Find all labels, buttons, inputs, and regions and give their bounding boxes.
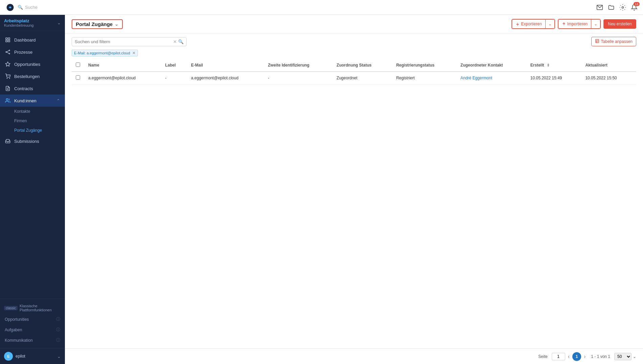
import-dropdown-button[interactable]: ⌄ bbox=[591, 19, 600, 29]
data-table: Name Label E-Mail Zweite Identifizierung bbox=[72, 59, 636, 84]
per-page-select[interactable]: 50 25 100 bbox=[614, 353, 632, 360]
contact-link-0[interactable]: André Eggermont bbox=[460, 76, 492, 80]
workspace-sub: Kundenbetreuung bbox=[4, 23, 33, 27]
classic-info-icon-aufgaben: ⓘ bbox=[56, 327, 60, 333]
export-button[interactable]: Exportieren bbox=[512, 19, 545, 29]
gear-icon[interactable] bbox=[619, 4, 626, 11]
col-zuordnung: Zuordnung Status bbox=[333, 59, 392, 72]
sidebar-classic-item-aufgaben[interactable]: Aufgaben ⓘ bbox=[0, 324, 65, 335]
svg-marker-13 bbox=[5, 62, 10, 66]
workspace-title: Arbeitsplatz bbox=[4, 18, 33, 23]
table-customize-button[interactable]: Tabelle anpassen bbox=[591, 37, 636, 46]
export-dropdown-button[interactable]: ⌄ bbox=[545, 19, 555, 29]
cell-zweite-0: - bbox=[264, 72, 333, 84]
logo bbox=[5, 3, 15, 12]
sidebar-item-firmen[interactable]: Firmen bbox=[0, 116, 65, 126]
page-input[interactable] bbox=[552, 353, 565, 360]
search-clear-icon[interactable]: ✕ bbox=[173, 39, 177, 44]
per-page: 50 25 100 ⌄ bbox=[614, 353, 636, 360]
sidebar-nav: Dashboard Prozesse Opportunities bbox=[0, 31, 65, 299]
sidebar-label-submissions: Submissions bbox=[14, 139, 39, 144]
sidebar-classic-item-opportunities[interactable]: Opportunities ⓘ bbox=[0, 314, 65, 324]
dashboard-icon bbox=[5, 37, 11, 43]
main-header: Portal Zugänge ⌄ Exportieren ⌄ Importier bbox=[65, 15, 643, 33]
cell-erstellt-0: 10.05.2022 15:49 bbox=[526, 72, 581, 84]
select-all-checkbox[interactable] bbox=[76, 62, 80, 67]
sidebar-sub-kundinnen: Kontakte Firmen Portal Zugänge bbox=[0, 107, 65, 135]
row-checkbox-0[interactable] bbox=[76, 75, 80, 80]
sidebar-item-opportunities[interactable]: Opportunities bbox=[0, 58, 65, 70]
sidebar-classic-item-kommunikation[interactable]: Kommunikation ⓘ bbox=[0, 335, 65, 345]
col-label: Label bbox=[161, 59, 187, 72]
sidebar-item-submissions[interactable]: Submissions bbox=[0, 135, 65, 147]
opportunities-icon bbox=[5, 61, 11, 67]
svg-point-8 bbox=[6, 52, 7, 53]
cell-label-0: - bbox=[161, 72, 187, 84]
export-label: Exportieren bbox=[521, 22, 542, 26]
search-box[interactable]: ✕ 🔍 bbox=[72, 37, 187, 46]
table-btn-label: Tabelle anpassen bbox=[601, 39, 633, 44]
sidebar-classic-section: classic Klassische Plattformfunktionen O… bbox=[0, 299, 65, 348]
svg-point-15 bbox=[9, 78, 10, 78]
search-submit-icon[interactable]: 🔍 bbox=[178, 39, 184, 44]
topbar-search[interactable]: 🔍 Suche bbox=[18, 5, 594, 10]
classic-badge: classic bbox=[4, 306, 18, 310]
sidebar-label-kontakte: Kontakte bbox=[14, 109, 30, 114]
cell-zuordnung-0: Zugeordnet bbox=[333, 72, 392, 84]
new-label: Neu erstellen bbox=[608, 22, 632, 26]
col-erstellt[interactable]: Erstellt ⇕ bbox=[526, 59, 581, 72]
classic-label-aufgaben: Aufgaben bbox=[5, 328, 22, 332]
folder-icon[interactable] bbox=[608, 4, 615, 11]
sidebar: Arbeitsplatz Kundenbetreuung ⌄ Dashboard… bbox=[0, 15, 65, 364]
mail-icon[interactable] bbox=[596, 4, 603, 11]
notification-badge: 13 bbox=[634, 2, 640, 6]
topbar: 🔍 Suche 13 bbox=[0, 0, 643, 15]
workspace-header[interactable]: Arbeitsplatz Kundenbetreuung ⌄ bbox=[0, 15, 65, 31]
search-input[interactable] bbox=[75, 39, 173, 44]
classic-info-icon-opportunities: ⓘ bbox=[56, 316, 60, 322]
table-icon bbox=[595, 39, 599, 44]
cell-aktualisiert-0: 10.05.2022 15:50 bbox=[581, 72, 636, 84]
sidebar-item-kontakte[interactable]: Kontakte bbox=[0, 107, 65, 116]
sort-icon: ⇕ bbox=[547, 63, 550, 67]
layout: Arbeitsplatz Kundenbetreuung ⌄ Dashboard… bbox=[0, 15, 643, 364]
search-placeholder: Suche bbox=[25, 5, 38, 10]
per-page-chevron-icon: ⌄ bbox=[633, 354, 636, 359]
pagination-label: Seite bbox=[538, 354, 547, 359]
sidebar-item-prozesse[interactable]: Prozesse bbox=[0, 46, 65, 58]
sidebar-label-contracts: Contracts bbox=[14, 86, 33, 91]
sidebar-item-bestellungen[interactable]: Bestellungen bbox=[0, 70, 65, 82]
sidebar-item-kundinnen[interactable]: Kund:innen ⌃ bbox=[0, 95, 65, 107]
filter-tag-0: E-Mail: a.eggermont@epilot.cloud ✕ bbox=[72, 50, 138, 56]
filter-tag-close-0[interactable]: ✕ bbox=[132, 51, 136, 55]
svg-line-11 bbox=[7, 51, 9, 52]
pagination: Seite ‹ 1 › 1 - 1 von 1 bbox=[538, 352, 610, 361]
svg-point-9 bbox=[9, 50, 10, 51]
kundinnen-chevron-icon: ⌃ bbox=[56, 98, 60, 103]
topbar-right: 13 bbox=[596, 4, 638, 11]
filter-tags: E-Mail: a.eggermont@epilot.cloud ✕ bbox=[65, 50, 643, 59]
pagination-prev-icon[interactable]: ‹ bbox=[568, 354, 570, 360]
prozesse-icon bbox=[5, 49, 11, 55]
pagination-next-icon[interactable]: › bbox=[584, 354, 586, 360]
classic-info-icon-kommunikation: ⓘ bbox=[56, 337, 60, 343]
page-title-wrap[interactable]: Portal Zugänge ⌄ bbox=[72, 19, 123, 29]
pagination-current-btn[interactable]: 1 bbox=[572, 352, 581, 361]
pagination-count: 1 - 1 von 1 bbox=[591, 354, 610, 359]
import-button[interactable]: Importieren bbox=[558, 19, 591, 29]
col-aktualisiert: Aktualisiert bbox=[581, 59, 636, 72]
sidebar-item-contracts[interactable]: Contracts bbox=[0, 82, 65, 95]
svg-rect-21 bbox=[595, 40, 599, 43]
cell-kontakt-0: André Eggermont bbox=[456, 72, 526, 84]
sidebar-item-portal-zugange[interactable]: Portal Zugänge bbox=[0, 126, 65, 135]
col-zweite: Zweite Identifizierung bbox=[264, 59, 333, 72]
svg-rect-4 bbox=[6, 38, 7, 40]
new-button[interactable]: Neu erstellen bbox=[603, 19, 636, 29]
sidebar-user[interactable]: E epilot ⌄ bbox=[0, 348, 65, 364]
sidebar-item-dashboard[interactable]: Dashboard bbox=[0, 34, 65, 46]
sidebar-label-opportunities: Opportunities bbox=[14, 62, 40, 67]
user-chevron-icon: ⌄ bbox=[57, 354, 61, 359]
sidebar-label-firmen: Firmen bbox=[14, 119, 27, 123]
bell-icon[interactable]: 13 bbox=[631, 4, 638, 11]
col-name: Name bbox=[84, 59, 161, 72]
